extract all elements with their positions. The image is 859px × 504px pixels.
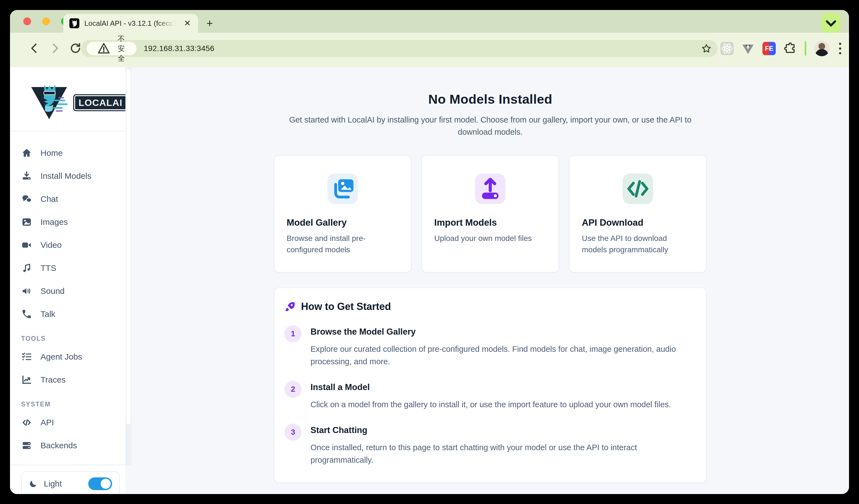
scrollbar-thumb[interactable] (126, 69, 131, 424)
card-description: Browse and install pre-configured models (287, 233, 399, 255)
card-description: Use the API to download models programma… (582, 233, 694, 255)
sidebar-item-label: Home (41, 148, 63, 158)
sidebar-item-tts[interactable]: TTS (21, 256, 125, 280)
step-title: Install a Model (311, 382, 671, 392)
code-icon (21, 417, 32, 428)
browser-menu-icon[interactable] (838, 41, 843, 56)
step-description: Once installed, return to this page to s… (311, 441, 688, 466)
step-description: Explore our curated collection of pre-co… (311, 343, 688, 368)
option-cards: Model Gallery Browse and install pre-con… (274, 155, 707, 272)
card-title: API Download (582, 217, 694, 228)
theme-toggle-box[interactable]: Light (21, 471, 120, 494)
step-title: Browse the Model Gallery (311, 327, 688, 337)
browser-window: LocalAI API - v3.12.1 (fcecc12 ✕ + 不安全 1… (10, 10, 849, 494)
card-description: Upload your own model files (434, 233, 546, 244)
sidebar-item-label: Video (41, 240, 62, 250)
card-model-gallery[interactable]: Model Gallery Browse and install pre-con… (274, 155, 411, 272)
warning-icon (93, 42, 115, 55)
home-icon (21, 147, 32, 159)
toolbar-separator (804, 41, 806, 56)
browser-update-button[interactable] (821, 13, 841, 33)
getting-started-panel: How to Get Started 1 Browse the Model Ga… (274, 287, 707, 483)
step-number: 3 (284, 424, 302, 441)
tab-strip: LocalAI API - v3.12.1 (fcecc12 ✕ + (10, 10, 849, 33)
traffic-lights[interactable] (23, 17, 69, 25)
sidebar-item-talk[interactable]: Talk (21, 302, 125, 326)
page-title: No Models Installed (274, 92, 707, 107)
logo-area[interactable]: LOCALAI (10, 67, 125, 131)
page-subtitle: Get started with LocalAI by installing y… (274, 114, 707, 138)
localai-favicon (69, 18, 79, 28)
download-icon (21, 171, 32, 182)
theme-toggle-switch[interactable] (88, 477, 112, 490)
logo-wordmark: LOCALAI (73, 94, 127, 111)
phone-icon (21, 309, 32, 320)
guide-title: How to Get Started (301, 301, 391, 312)
minimize-window-button[interactable] (42, 17, 50, 25)
upload-icon (475, 174, 506, 204)
sidebar-item-images[interactable]: Images (21, 210, 125, 233)
chevron-down-icon (821, 13, 841, 33)
sidebar-item-traces[interactable]: Traces (21, 368, 125, 391)
sidebar-item-label: Sound (41, 286, 65, 296)
speaker-icon (21, 286, 32, 297)
card-title: Model Gallery (287, 217, 399, 228)
security-badge[interactable]: 不安全 (87, 42, 136, 55)
reload-button[interactable] (69, 42, 81, 54)
back-button[interactable] (28, 42, 41, 54)
gallery-icon (327, 174, 358, 204)
sidebar-item-label: Backends (41, 441, 77, 450)
main-area: No Models Installed Get started with Loc… (132, 67, 849, 494)
sidebar-item-label: Traces (41, 375, 66, 384)
sidebar-nav: Home Install Models Chat Images Video (10, 131, 125, 457)
sidebar-item-chat[interactable]: Chat (21, 187, 125, 210)
sidebar-item-install-models[interactable]: Install Models (21, 164, 125, 187)
vue-devtools-icon[interactable] (741, 42, 755, 55)
guide-step-1: 1 Browse the Model Gallery Explore our c… (284, 325, 691, 368)
react-devtools-icon[interactable] (720, 42, 734, 55)
sidebar-item-label: Images (41, 217, 68, 227)
sidebar-item-api[interactable]: API (21, 411, 125, 434)
sidebar-section-system: SYSTEM (21, 400, 125, 408)
bookmark-star-icon[interactable] (701, 43, 712, 54)
url-text[interactable]: 192.168.31.33:3456 (144, 44, 214, 53)
sidebar-item-agent-jobs[interactable]: Agent Jobs (21, 345, 125, 368)
sidebar-item-label: Talk (41, 310, 55, 319)
tab-close-icon[interactable]: ✕ (183, 18, 192, 29)
close-window-button[interactable] (23, 17, 31, 25)
theme-label: Light (44, 479, 62, 488)
browser-tab[interactable]: LocalAI API - v3.12.1 (fcecc12 ✕ (63, 14, 198, 33)
music-note-icon (21, 263, 32, 273)
sidebar-item-backends[interactable]: Backends (21, 434, 125, 457)
sidebar-item-sound[interactable]: Sound (21, 280, 125, 302)
step-number: 1 (284, 325, 302, 342)
server-icon (21, 440, 32, 451)
tab-title: LocalAI API - v3.12.1 (fcecc12 (84, 19, 178, 28)
sidebar-item-home[interactable]: Home (21, 141, 125, 164)
code-brackets-icon (623, 174, 653, 204)
new-tab-button[interactable]: + (207, 17, 213, 30)
video-camera-icon (21, 239, 32, 251)
sidebar: LOCALAI Home Install Models Chat Image (10, 67, 125, 494)
forward-button[interactable] (49, 42, 61, 54)
sidebar-item-video[interactable]: Video (21, 233, 125, 256)
extensions-row: FE (720, 40, 843, 57)
card-import-models[interactable]: Import Models Upload your own model file… (421, 155, 559, 272)
sidebar-section-tools: TOOLS (21, 335, 125, 342)
sidebar-item-label: Install Models (41, 171, 91, 181)
browser-toolbar: 不安全 192.168.31.33:3456 FE (10, 33, 849, 67)
toggle-knob (101, 479, 111, 489)
moon-icon (29, 479, 38, 488)
card-api-download[interactable]: API Download Use the API to download mod… (569, 155, 707, 272)
extensions-puzzle-icon[interactable] (784, 42, 797, 55)
address-bar[interactable]: 不安全 192.168.31.33:3456 (81, 40, 718, 57)
profile-avatar[interactable] (814, 41, 830, 56)
step-description: Click on a model from the gallery to ins… (311, 398, 671, 411)
localai-logo-icon (26, 74, 73, 124)
security-label: 不安全 (118, 34, 131, 63)
sidebar-divider (10, 464, 132, 465)
checklist-icon (21, 351, 32, 362)
sidebar-scrollbar[interactable] (125, 67, 132, 464)
fe-extension-icon[interactable]: FE (763, 42, 776, 55)
step-title: Start Chatting (311, 425, 688, 435)
